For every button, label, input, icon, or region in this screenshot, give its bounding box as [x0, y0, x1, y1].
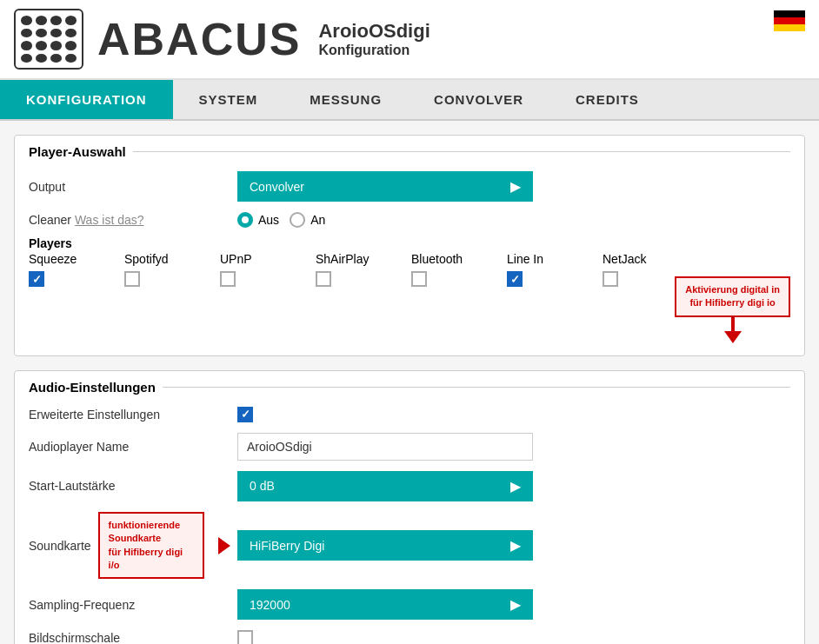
shairplay-checkbox[interactable] — [316, 271, 331, 287]
erweiterte-row: Erweiterte Einstellungen — [29, 402, 790, 428]
spotifyd-checkbox[interactable] — [124, 271, 140, 287]
cleaner-aus-label: Aus — [258, 213, 279, 227]
erweiterte-label: Erweiterte Einstellungen — [29, 408, 237, 422]
bilschirm-control — [237, 630, 790, 644]
start-lautstarke-control: 0 dB ▶ — [237, 471, 790, 501]
cleaner-help-link[interactable]: Was ist das? — [75, 213, 144, 227]
nav-messung[interactable]: MESSUNG — [283, 80, 408, 119]
sampling-control: 192000 ▶ — [237, 589, 790, 620]
soundkarte-annotation-box: funktionierende Soundkartefür Hifiberry … — [98, 512, 204, 580]
start-lautstarke-value: 0 dB — [250, 479, 275, 493]
nav-convolver[interactable]: CONVOLVER — [408, 80, 549, 119]
audioplayer-label: Audioplayer Name — [29, 440, 237, 454]
bilschirm-label: Bildschirmschale — [29, 631, 237, 644]
player-auswahl-title-wrap: Player-Auswahl — [29, 144, 790, 159]
nav-credits[interactable]: CREDITS — [549, 80, 665, 119]
app-header: ABACUS AroioOSdigi Konfiguration — [0, 0, 819, 80]
audioplayer-control — [237, 433, 790, 461]
soundkarte-row: Soundkarte funktionierende Soundkartefür… — [29, 507, 790, 585]
sampling-value: 192000 — [250, 598, 290, 612]
player-auswahl-title: Player-Auswahl — [29, 144, 133, 159]
audio-title-divider — [163, 387, 790, 388]
linein-annotation-box: Aktivierung digital infür Hifiberry digi… — [675, 276, 790, 317]
cleaner-aus-radio[interactable] — [237, 212, 253, 228]
cleaner-label: Cleaner Was ist das? — [29, 213, 237, 227]
sampling-row: Sampling-Frequenz 192000 ▶ — [29, 584, 790, 625]
audio-title-wrap: Audio-Einstellungen — [29, 380, 790, 395]
linein-col — [507, 271, 603, 287]
start-lautstarke-dropdown[interactable]: 0 dB ▶ — [237, 471, 533, 501]
audioplayer-row: Audioplayer Name — [29, 428, 790, 466]
players-label-text: Players — [29, 236, 72, 250]
player-name-shairplay: ShAirPlay — [316, 252, 411, 266]
players-heading: Players — [29, 233, 790, 252]
player-name-spotifyd: Spotifyd — [124, 252, 220, 266]
netjack-checkbox[interactable] — [603, 271, 618, 287]
cleaner-radio-group: Aus An — [237, 212, 790, 228]
output-value: Convolver — [250, 180, 304, 194]
linein-arrow-down-icon — [724, 331, 742, 343]
player-name-bluetooth: Bluetooth — [411, 252, 507, 266]
squeeze-checkbox[interactable] — [29, 271, 44, 287]
nav-system[interactable]: SYSTEM — [173, 80, 284, 119]
upnp-checkbox[interactable] — [220, 271, 236, 287]
audio-section-title: Audio-Einstellungen — [29, 380, 163, 395]
dropdown-arrow-icon: ▶ — [510, 178, 521, 195]
audio-einstellungen-section: Audio-Einstellungen Erweiterte Einstellu… — [14, 370, 805, 644]
cleaner-row: Cleaner Was ist das? Aus An — [29, 207, 790, 233]
sampling-label: Sampling-Frequenz — [29, 598, 237, 612]
start-lautstarke-arrow-icon: ▶ — [510, 478, 521, 495]
title-divider — [133, 151, 790, 152]
app-name: AroioOSdigi — [318, 20, 429, 43]
erweiterte-checkbox[interactable] — [237, 407, 253, 422]
audioplayer-input[interactable] — [237, 433, 533, 461]
bilschirm-row: Bildschirmschale — [29, 625, 790, 644]
soundkarte-annotation-text: funktionierende Soundkartefür Hifiberry … — [109, 520, 183, 570]
cleaner-an-radio[interactable] — [290, 212, 305, 228]
output-dropdown[interactable]: Convolver ▶ — [237, 171, 533, 202]
start-lautstarke-row: Start-Lautstärke 0 dB ▶ — [29, 466, 790, 507]
bluetooth-checkbox[interactable] — [411, 271, 427, 287]
player-names-row: Squeeze Spotifyd UPnP ShAirPlay Bluetoot… — [29, 252, 819, 266]
linein-checkbox[interactable] — [507, 271, 523, 287]
main-nav: KONFIGURATION SYSTEM MESSUNG CONVOLVER C… — [0, 80, 819, 121]
soundkarte-label: Soundkarte funktionierende Soundkartefür… — [29, 512, 237, 580]
output-label: Output — [29, 180, 237, 194]
player-name-netjack: NetJack — [603, 252, 698, 266]
players-area: Squeeze Spotifyd UPnP ShAirPlay Bluetoot… — [29, 252, 790, 343]
soundkarte-arrow-icon: ▶ — [510, 537, 521, 554]
german-flag-icon — [774, 10, 805, 31]
linein-annotation-area: Aktivierung digital infür Hifiberry digi… — [675, 276, 790, 343]
erweiterte-control — [237, 407, 790, 422]
soundkarte-control: HiFiBerry Digi ▶ — [237, 530, 790, 561]
cleaner-an-option[interactable]: An — [290, 212, 325, 228]
player-name-upnp: UPnP — [220, 252, 316, 266]
cleaner-aus-option[interactable]: Aus — [237, 212, 279, 228]
cleaner-control: Aus An — [237, 212, 790, 228]
output-control: Convolver ▶ — [237, 171, 790, 202]
sampling-dropdown[interactable]: 192000 ▶ — [237, 589, 533, 620]
player-name-linein: Line In — [507, 252, 603, 266]
player-name-squeeze: Squeeze — [29, 252, 124, 266]
nav-konfiguration[interactable]: KONFIGURATION — [0, 80, 173, 119]
sampling-arrow-icon: ▶ — [510, 596, 521, 613]
main-content: Player-Auswahl Output Convolver ▶ Cleane… — [0, 121, 819, 644]
app-subtitle: Konfiguration — [318, 43, 429, 58]
linein-arrow-shaft — [731, 317, 735, 331]
linein-annotation-text: Aktivierung digital infür Hifiberry digi… — [685, 284, 780, 308]
start-lautstarke-label: Start-Lautstärke — [29, 479, 237, 493]
header-info: AroioOSdigi Konfiguration — [318, 20, 429, 58]
abacus-logo-text: ABACUS — [97, 13, 301, 65]
cleaner-an-label: An — [310, 213, 325, 227]
soundkarte-value: HiFiBerry Digi — [250, 539, 324, 553]
logo-icon — [14, 9, 83, 70]
soundkarte-arrow-right-icon — [218, 537, 230, 554]
output-row: Output Convolver ▶ — [29, 166, 790, 207]
soundkarte-dropdown[interactable]: HiFiBerry Digi ▶ — [237, 530, 533, 561]
bilschirm-checkbox[interactable] — [237, 630, 253, 644]
player-auswahl-section: Player-Auswahl Output Convolver ▶ Cleane… — [14, 135, 805, 356]
